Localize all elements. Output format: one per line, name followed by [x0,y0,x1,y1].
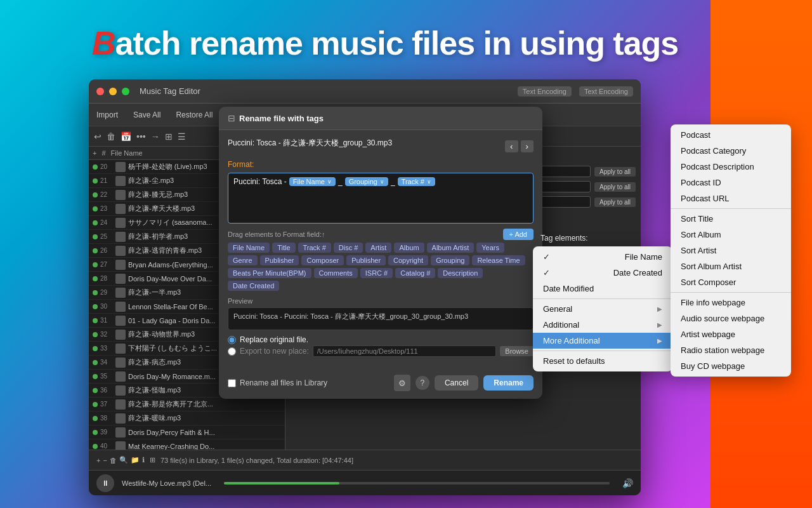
back-icon[interactable]: ↩ [94,131,102,142]
replace-radio[interactable] [228,336,236,344]
menu-item-datecreated[interactable]: Date Created [533,265,672,281]
submenu-item-podcast-id[interactable]: Podcast ID [671,175,791,190]
context-menu: File Name Date Created Date Modified Gen… [533,246,672,371]
chip-bpm[interactable]: Beats Per Minute(BPM) [228,268,311,278]
maximize-button[interactable] [122,88,129,95]
rename-dialog: ⊟ Rename file with tags Puccini: Tosca -… [219,107,542,399]
folder-icon[interactable]: 📁 [131,456,140,464]
add-button[interactable]: + Add [503,229,534,240]
apply-btn-3[interactable]: Apply to all [594,197,636,207]
chip-comments[interactable]: Comments [314,268,358,278]
list-item[interactable]: 39 Doris Day,Percy Faith & H... [89,425,285,439]
apply-btn-1[interactable]: Apply to all [594,167,636,177]
submenu-item-buy-cd-webpage[interactable]: Buy CD webpage [671,358,791,374]
rename-all-check: Rename all files in Library [228,378,389,387]
status-dot [93,402,98,407]
minimize-button[interactable] [109,88,117,95]
file-num: 38 [100,415,115,422]
col-add[interactable]: + [93,149,96,157]
submenu-item-podcast[interactable]: Podcast [671,127,791,143]
volume-icon[interactable]: 🔊 [622,478,633,488]
submenu-item-sort-title[interactable]: Sort Title [671,211,791,227]
submenu-item-podcast-category[interactable]: Podcast Category [671,143,791,159]
file-num: 27 [100,261,115,268]
rename-all-checkbox[interactable] [228,379,236,387]
delete-icon2[interactable]: 🗑 [110,457,117,464]
format-field[interactable]: Puccini: Tosca - File Name∨ _ Grouping∨ … [228,173,534,224]
close-button[interactable] [96,88,104,95]
toolbar-import[interactable]: Import [94,109,121,121]
toolbar-restore-all[interactable]: Restore All [173,109,215,121]
chip-filename[interactable]: File Name [228,243,270,253]
export-path-input[interactable] [313,345,497,357]
chip-publisher2[interactable]: Publisher [346,255,386,265]
chip-artist[interactable]: Artist [365,243,391,253]
help-button[interactable]: ? [416,376,429,390]
cancel-button[interactable]: Cancel [435,375,478,391]
grid-icon[interactable]: ⊞ [165,131,173,142]
chip-datecreated[interactable]: Date Created [228,281,279,291]
info-icon[interactable]: ℹ [142,456,145,464]
export-radio[interactable] [228,347,236,356]
submenu-item-sort-artist[interactable]: Sort Artist [671,243,791,258]
rename-button[interactable]: Rename [483,375,534,391]
chip-discnum[interactable]: Disc # [334,243,363,253]
submenu-item-file-info-webpage[interactable]: File info webpage [671,295,791,311]
menu-item-more-additional[interactable]: More Additional ▶ [533,333,672,349]
chip-tracknum[interactable]: Track # [298,243,331,253]
nav-back-button[interactable]: ‹ [505,140,518,152]
submenu-item-podcast-description[interactable]: Podcast Description [671,159,791,175]
chip-description[interactable]: Description [438,268,483,278]
chip-isrc[interactable]: ISRC # [360,268,393,278]
menu-item-general[interactable]: General ▶ [533,301,672,317]
list-item[interactable]: 40 Mat Kearney-Crashing Do... [89,439,285,450]
submenu-item-sort-album[interactable]: Sort Album [671,227,791,243]
submenu-item-podcast-url[interactable]: Podcast URL [671,190,791,206]
chip-genre[interactable]: Genre [228,255,258,265]
submenu-item-sort-album-artist[interactable]: Sort Album Artist [671,258,791,274]
forward-icon[interactable]: → [151,131,160,142]
delete-icon[interactable]: 🗑 [107,131,115,142]
submenu-item-artist-webpage[interactable]: Artist webpage [671,326,791,342]
list-item[interactable]: 37 薛之谦-那是你离开了北京... [89,398,285,411]
menu-item-datemodified[interactable]: Date Modified [533,281,672,297]
chip-releasetime[interactable]: Release Time [472,255,525,265]
chip-title[interactable]: Title [272,243,295,253]
submenu-item-audio-source-webpage[interactable]: Audio source webpage [671,311,791,326]
format-tag-tracknum[interactable]: Track #∨ [398,177,435,186]
col-num: # [102,149,105,157]
calendar-icon[interactable]: 📅 [121,131,131,142]
chip-catalog[interactable]: Catalog # [395,268,435,278]
chip-grouping[interactable]: Grouping [431,255,469,265]
menu-item-additional[interactable]: Additional ▶ [533,317,672,333]
browse-button[interactable]: Browse [500,346,534,356]
nav-forward-button[interactable]: › [521,140,534,152]
menu-item-reset[interactable]: Reset to defaults [533,353,672,369]
chip-copyright[interactable]: Copyright [388,255,428,265]
chip-publisher[interactable]: Publisher [260,255,299,265]
format-tag-grouping[interactable]: Grouping∨ [345,177,388,186]
submenu-item-sort-composer[interactable]: Sort Composer [671,274,791,290]
grid-icon2[interactable]: ⊞ [150,456,155,464]
chip-composer[interactable]: Composer [301,255,344,265]
chip-album[interactable]: Album [394,243,424,253]
progress-bar[interactable] [224,482,610,485]
search-icon[interactable]: 🔍 [119,456,128,464]
minus-icon[interactable]: − [103,457,107,464]
chip-albumartist[interactable]: Album Artist [427,243,475,253]
menu-item-filename[interactable]: File Name [533,249,672,265]
list-icon[interactable]: ☰ [178,131,186,142]
text-encoding-value[interactable]: Text Encoding [579,86,633,97]
toolbar-save-all[interactable]: Save All [131,109,163,121]
status-dot [93,444,98,449]
more-icon[interactable]: ••• [136,131,146,142]
submenu-item-radio-station-webpage[interactable]: Radio station webpage [671,342,791,358]
play-pause-button[interactable]: ⏸ [96,474,114,492]
apply-btn-2[interactable]: Apply to all [594,182,636,192]
list-item[interactable]: 38 薛之谦-暖味.mp3 [89,411,285,425]
chip-years[interactable]: Years [476,243,504,253]
chevron-down-icon: ∨ [327,178,332,185]
format-tag-filename[interactable]: File Name∨ [289,177,336,186]
settings-button[interactable]: ⚙ [394,375,410,391]
add-icon[interactable]: + [96,457,100,464]
